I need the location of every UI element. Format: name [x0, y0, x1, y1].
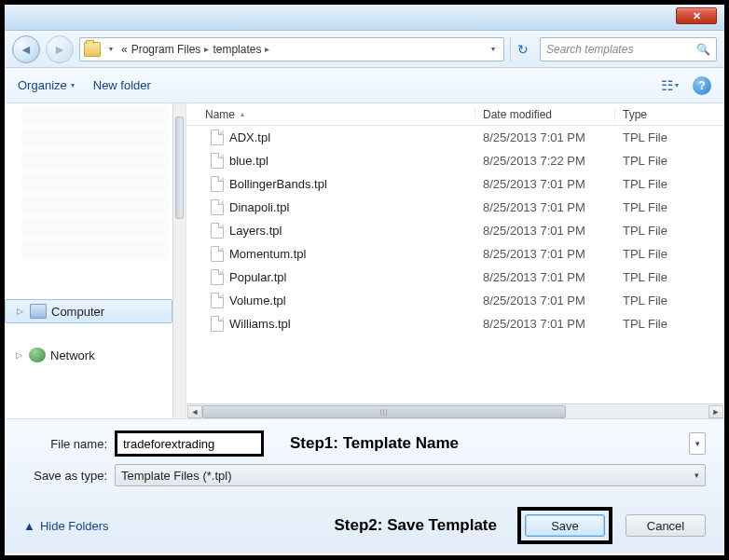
organize-label: Organize	[18, 78, 67, 92]
view-options-button[interactable]: ☷ ▾	[659, 75, 680, 96]
file-row[interactable]: Dinapoli.tpl8/25/2013 7:01 PMTPL File	[186, 196, 724, 219]
scrollbar-track[interactable]: |||	[202, 405, 708, 418]
sidebar-item-placeholder	[21, 195, 169, 215]
view-icon: ☷	[661, 77, 673, 94]
filename-dropdown[interactable]: ▾	[689, 432, 706, 455]
help-icon: ?	[698, 79, 705, 92]
sidebar-item-placeholder	[21, 105, 169, 126]
file-name: Layers.tpl	[229, 224, 282, 238]
file-date: 8/25/2013 7:01 PM	[475, 177, 615, 191]
forward-icon: ►	[53, 42, 66, 57]
file-name: ADX.tpl	[229, 130, 270, 144]
crumb-templates[interactable]: templates	[213, 43, 261, 56]
chevron-right-icon[interactable]: ▸	[265, 44, 269, 54]
cancel-button[interactable]: Cancel	[626, 514, 706, 537]
file-type: TPL File	[615, 247, 724, 261]
step2-annotation: Step2: Save Template	[335, 516, 497, 535]
sidebar-item-placeholder	[21, 239, 169, 260]
file-name: Williams.tpl	[229, 317, 291, 331]
file-date: 8/25/2013 7:01 PM	[475, 130, 615, 144]
column-header-name[interactable]: Name ▴	[186, 108, 475, 121]
file-icon	[211, 269, 224, 285]
actions-bar: ▲ Hide Folders Step2: Save Template Save…	[5, 501, 724, 553]
filename-label: File name:	[23, 437, 115, 451]
history-dropdown-icon[interactable]: ▾	[104, 45, 117, 53]
expand-icon[interactable]: ▷	[14, 350, 24, 361]
save-highlight-box: Save	[517, 507, 612, 544]
search-input[interactable]: Search templates 🔍	[540, 37, 717, 61]
file-row[interactable]: ADX.tpl8/25/2013 7:01 PMTPL File	[186, 126, 724, 149]
sort-asc-icon: ▴	[241, 110, 244, 118]
file-type: TPL File	[615, 270, 724, 284]
title-bar: ✕	[5, 5, 724, 31]
nav-bar: ◄ ► ▾ « Program Files ▸ templates ▸ ▾ ↻ …	[5, 31, 724, 68]
crumb-program-files[interactable]: Program Files	[131, 43, 201, 56]
saveas-label: Save as type:	[23, 469, 115, 483]
scrollbar-thumb[interactable]: |||	[202, 405, 566, 418]
sidebar-item-placeholder	[21, 150, 169, 171]
back-button[interactable]: ◄	[12, 35, 40, 63]
saveas-type-dropdown[interactable]: Template Files (*.tpl) ▾	[115, 464, 706, 486]
forward-button[interactable]: ►	[46, 35, 74, 63]
network-icon	[29, 348, 46, 362]
file-icon	[211, 130, 224, 145]
file-row[interactable]: Williams.tpl8/25/2013 7:01 PMTPL File	[186, 312, 724, 335]
main-area: ▷ Computer ▷ Network Name ▴ Date modifie…	[5, 103, 724, 418]
back-icon: ◄	[20, 42, 33, 57]
folder-icon	[84, 42, 101, 57]
file-date: 8/25/2013 7:01 PM	[475, 317, 615, 331]
column-header-date[interactable]: Date modified	[475, 108, 615, 121]
crumb-overflow[interactable]: «	[121, 43, 128, 56]
sidebar-item-placeholder	[21, 217, 169, 238]
crumb-dropdown-icon[interactable]: ▾	[487, 45, 500, 53]
file-row[interactable]: blue.tpl8/25/2013 7:22 PMTPL File	[186, 149, 724, 172]
file-date: 8/25/2013 7:01 PM	[475, 270, 615, 284]
file-type: TPL File	[615, 177, 724, 191]
horizontal-scrollbar[interactable]: ◄ ||| ►	[187, 403, 723, 418]
sidebar-item-label: Computer	[51, 305, 104, 319]
sidebar-scrollbar[interactable]	[172, 103, 186, 418]
scrollbar-thumb[interactable]	[175, 116, 184, 219]
sidebar-item-placeholder	[21, 128, 169, 148]
save-button[interactable]: Save	[525, 514, 605, 537]
sidebar-item-label: Network	[50, 348, 95, 362]
file-icon	[211, 176, 224, 192]
file-row[interactable]: Volume.tpl8/25/2013 7:01 PMTPL File	[186, 289, 724, 312]
file-date: 8/25/2013 7:22 PM	[475, 154, 615, 168]
sidebar-item-computer[interactable]: ▷ Computer	[5, 299, 172, 323]
help-button[interactable]: ?	[693, 76, 711, 95]
scroll-left-button[interactable]: ◄	[187, 405, 202, 418]
chevron-right-icon[interactable]: ▸	[204, 44, 209, 54]
scroll-right-button[interactable]: ►	[708, 405, 723, 418]
chevron-down-icon: ▾	[695, 471, 699, 480]
refresh-button[interactable]: ↻	[510, 37, 534, 61]
file-icon	[211, 153, 224, 169]
new-folder-button[interactable]: New folder	[93, 78, 151, 92]
file-type: TPL File	[615, 317, 724, 331]
chevron-down-icon: ▾	[71, 81, 75, 89]
breadcrumb[interactable]: ▾ « Program Files ▸ templates ▸ ▾	[79, 37, 504, 61]
file-name: Dinapoli.tpl	[229, 200, 289, 214]
file-type: TPL File	[615, 130, 724, 144]
file-row[interactable]: Momentum.tpl8/25/2013 7:01 PMTPL File	[186, 242, 724, 266]
chevron-down-icon: ▾	[695, 439, 700, 448]
hide-folders-button[interactable]: ▲ Hide Folders	[23, 519, 109, 533]
expand-icon[interactable]: ▷	[15, 307, 25, 317]
organize-menu[interactable]: Organize ▾	[18, 78, 75, 92]
file-date: 8/25/2013 7:01 PM	[475, 200, 615, 214]
sidebar-item-network[interactable]: ▷ Network	[5, 344, 172, 366]
file-name: Popular.tpl	[229, 270, 286, 284]
file-type: TPL File	[615, 154, 724, 168]
sidebar-item-placeholder	[21, 172, 169, 193]
file-date: 8/25/2013 7:01 PM	[475, 294, 615, 307]
column-header-type[interactable]: Type	[615, 108, 724, 121]
file-list: ADX.tpl8/25/2013 7:01 PMTPL Fileblue.tpl…	[186, 126, 724, 403]
refresh-icon: ↻	[517, 42, 529, 57]
filename-input[interactable]	[117, 433, 261, 454]
file-row[interactable]: Layers.tpl8/25/2013 7:01 PMTPL File	[186, 219, 724, 242]
file-row[interactable]: Popular.tpl8/25/2013 7:01 PMTPL File	[186, 266, 724, 289]
close-button[interactable]: ✕	[676, 7, 717, 24]
file-row[interactable]: BollingerBands.tpl8/25/2013 7:01 PMTPL F…	[186, 172, 724, 196]
file-icon	[211, 199, 224, 215]
file-name: blue.tpl	[229, 154, 268, 168]
